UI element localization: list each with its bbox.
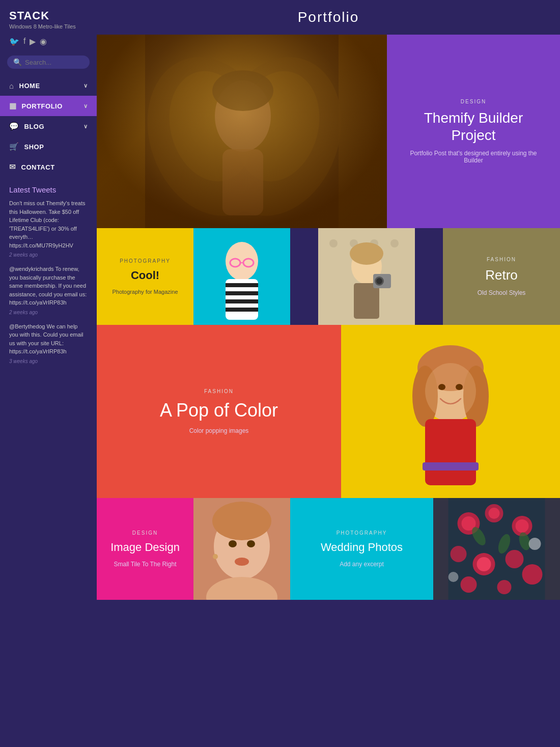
tile-title-themify: Themify Builder Project bbox=[402, 109, 545, 144]
tile-category-design: DESIGN bbox=[461, 99, 486, 104]
chevron-blog: ∨ bbox=[83, 123, 88, 130]
svg-point-5 bbox=[215, 80, 271, 152]
svg-point-1 bbox=[126, 39, 297, 228]
home-icon: ⌂ bbox=[9, 81, 14, 90]
tile-girl-stripes[interactable] bbox=[193, 228, 290, 325]
sidebar-item-shop[interactable]: 🛒 SHOP bbox=[0, 136, 97, 157]
sidebar-item-blog[interactable]: 💬 BLOG ∨ bbox=[0, 116, 97, 136]
portfolio-row-4: DESIGN Image Design Small Tile To The Ri… bbox=[97, 498, 560, 600]
sidebar-nav: ⌂ HOME ∨ ▦ PORTFOLIO ∨ 💬 BLOG ∨ 🛒 SHOP bbox=[0, 76, 97, 177]
sidebar-item-contact-label: CONTACT bbox=[21, 163, 55, 171]
tile-cool-photography[interactable]: PHOTOGRAPHY Cool! Photography for Magazi… bbox=[97, 228, 193, 325]
tweet-2: @wendykrichards To renew, you basically … bbox=[9, 265, 88, 316]
svg-point-46 bbox=[247, 540, 255, 547]
blog-icon: 💬 bbox=[9, 122, 19, 131]
tile-title-retro: Retro bbox=[485, 267, 518, 283]
tweet-3-text: @Bertythedog We can help you with this. … bbox=[9, 323, 83, 355]
svg-rect-25 bbox=[354, 283, 379, 319]
tile-angel-image[interactable] bbox=[97, 35, 387, 228]
search-input[interactable] bbox=[25, 59, 83, 66]
svg-point-60 bbox=[461, 576, 477, 593]
latest-tweets-title: Latest Tweets bbox=[9, 185, 88, 194]
sidebar-item-home[interactable]: ⌂ HOME ∨ bbox=[0, 76, 97, 96]
search-icon: 🔍 bbox=[13, 58, 22, 66]
page-title: Portfolio bbox=[97, 0, 560, 35]
tile-title-pop: A Pop of Color bbox=[160, 399, 278, 421]
svg-point-4 bbox=[223, 62, 331, 191]
shop-icon: 🛒 bbox=[9, 142, 19, 151]
portfolio-icon: ▦ bbox=[9, 101, 17, 110]
svg-point-3 bbox=[157, 62, 265, 191]
tile-desc-wedding: Add any excerpt bbox=[340, 561, 384, 568]
svg-rect-11 bbox=[226, 283, 258, 287]
tile-title-image-design: Image Design bbox=[110, 541, 180, 554]
tile-cat-fashion2: FASHION bbox=[204, 389, 234, 394]
twitter-icon[interactable]: 🐦 bbox=[9, 37, 19, 46]
rss-icon[interactable]: ◉ bbox=[40, 37, 47, 46]
svg-point-29 bbox=[350, 242, 383, 265]
latest-tweets: Latest Tweets Don't miss out Themify's t… bbox=[0, 177, 97, 379]
svg-point-39 bbox=[456, 384, 463, 390]
sidebar: STACK Windows 8 Metro-like Tiles 🐦 f ▶ ◉… bbox=[0, 0, 97, 747]
svg-point-52 bbox=[489, 508, 500, 519]
tweet-1-text: Don't miss out Themify's treats this Hal… bbox=[9, 200, 86, 248]
portfolio-grid: DESIGN Themify Builder Project Portfolio… bbox=[97, 35, 560, 747]
facebook-icon[interactable]: f bbox=[23, 37, 25, 46]
sidebar-logo: STACK Windows 8 Metro-like Tiles bbox=[0, 0, 97, 32]
portfolio-row-2: PHOTOGRAPHY Cool! Photography for Magazi… bbox=[97, 228, 560, 325]
svg-point-59 bbox=[522, 564, 543, 585]
tile-pop-of-color[interactable]: FASHION A Pop of Color Color popping ima… bbox=[97, 325, 341, 498]
portfolio-row-3: FASHION A Pop of Color Color popping ima… bbox=[97, 325, 560, 498]
svg-rect-7 bbox=[222, 149, 263, 215]
youtube-icon[interactable]: ▶ bbox=[30, 37, 36, 46]
tile-retro-fashion[interactable]: FASHION Retro Old School Styles bbox=[443, 228, 560, 325]
portfolio-row-1: DESIGN Themify Builder Project Portfolio… bbox=[97, 35, 560, 228]
svg-rect-36 bbox=[423, 462, 479, 471]
tile-image-design[interactable]: DESIGN Image Design Small Tile To The Ri… bbox=[97, 498, 193, 600]
chevron-home: ∨ bbox=[83, 82, 88, 89]
svg-point-6 bbox=[212, 70, 273, 111]
tile-cat-design2: DESIGN bbox=[132, 530, 158, 536]
svg-rect-35 bbox=[425, 419, 476, 485]
sidebar-item-home-label: HOME bbox=[19, 82, 40, 90]
tweet-2-text: @wendykrichards To renew, you basically … bbox=[9, 266, 87, 306]
svg-point-65 bbox=[529, 538, 541, 550]
sidebar-item-blog-label: BLOG bbox=[24, 123, 45, 130]
tile-retro-girl[interactable] bbox=[290, 228, 443, 325]
tweet-2-time: 2 weeks ago bbox=[9, 309, 88, 316]
tile-desc-image-design: Small Tile To The Right bbox=[114, 561, 177, 568]
svg-point-28 bbox=[376, 278, 382, 284]
tweet-1-time: 2 weeks ago bbox=[9, 251, 88, 259]
svg-point-55 bbox=[451, 546, 467, 562]
logo-subtitle: Windows 8 Metro-like Tiles bbox=[9, 23, 88, 30]
svg-point-66 bbox=[449, 572, 459, 582]
tile-cat-photo2: PHOTOGRAPHY bbox=[337, 530, 387, 536]
svg-point-38 bbox=[438, 384, 445, 390]
svg-point-61 bbox=[497, 580, 512, 594]
svg-rect-13 bbox=[226, 299, 258, 303]
tile-desc-pop: Color popping images bbox=[189, 427, 249, 434]
social-links: 🐦 f ▶ ◉ bbox=[0, 32, 97, 51]
tile-themify-builder[interactable]: DESIGN Themify Builder Project Portfolio… bbox=[387, 35, 560, 228]
tile-fashion-girl[interactable] bbox=[341, 325, 560, 498]
tile-flowers-image[interactable] bbox=[433, 498, 560, 600]
contact-icon: ✉ bbox=[9, 162, 16, 172]
tile-face-portrait[interactable] bbox=[193, 498, 290, 600]
chevron-portfolio: ∨ bbox=[83, 103, 88, 109]
tile-cat-fashion: FASHION bbox=[487, 257, 516, 262]
search-container: 🔍 bbox=[0, 51, 97, 76]
sidebar-item-contact[interactable]: ✉ CONTACT bbox=[0, 157, 97, 177]
tile-desc-themify: Portfolio Post that's designed entirely … bbox=[402, 150, 545, 164]
svg-point-37 bbox=[425, 363, 476, 419]
svg-point-58 bbox=[506, 550, 524, 568]
sidebar-item-portfolio[interactable]: ▦ PORTFOLIO ∨ bbox=[0, 96, 97, 116]
svg-point-42 bbox=[212, 502, 271, 540]
sidebar-item-shop-label: SHOP bbox=[24, 143, 44, 151]
tile-cat-photography: PHOTOGRAPHY bbox=[120, 258, 171, 264]
tile-desc-cool: Photography for Magazine bbox=[112, 289, 178, 295]
svg-point-45 bbox=[229, 540, 237, 547]
tile-wedding-photos[interactable]: PHOTOGRAPHY Wedding Photos Add any excer… bbox=[290, 498, 433, 600]
svg-point-23 bbox=[390, 239, 399, 247]
svg-point-2 bbox=[192, 39, 363, 228]
svg-rect-12 bbox=[226, 291, 258, 295]
